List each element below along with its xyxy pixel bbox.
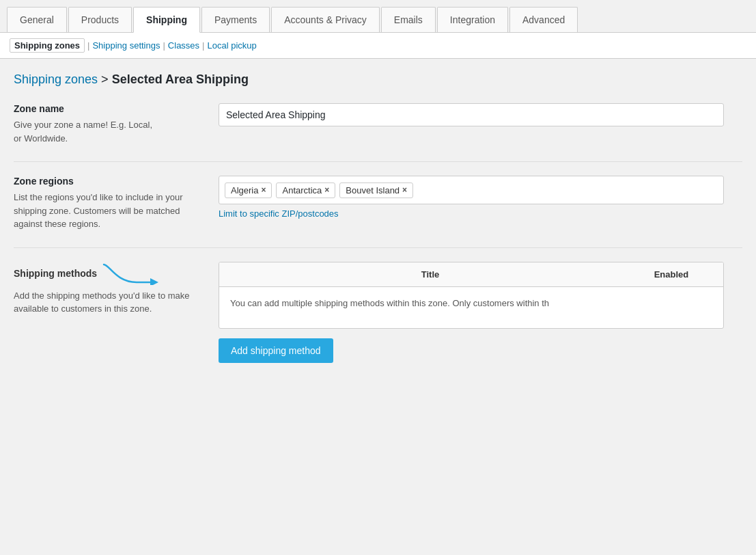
zone-name-input-col xyxy=(219,103,742,126)
subnav-shipping-zones[interactable]: Shipping zones xyxy=(10,38,85,53)
divider-1 xyxy=(14,161,742,162)
shipping-methods-table-wrap: Title Enabled You can add multiple shipp… xyxy=(219,262,724,363)
subnav-shipping-settings[interactable]: Shipping settings xyxy=(92,40,160,51)
tab-products[interactable]: Products xyxy=(68,7,132,32)
tab-integration[interactable]: Integration xyxy=(437,7,508,32)
breadcrumb-separator: > xyxy=(101,72,112,86)
divider-2 xyxy=(14,247,742,248)
table-col-enabled: Enabled xyxy=(630,269,712,280)
table-header-row: Title Enabled xyxy=(219,262,723,287)
svg-marker-0 xyxy=(150,278,158,285)
zone-regions-label-col: Zone regions List the regions you'd like… xyxy=(14,176,205,231)
table-body: You can add multiple shipping methods wi… xyxy=(219,287,723,328)
tag-antarctica: Antarctica × xyxy=(276,182,335,198)
tab-advanced[interactable]: Advanced xyxy=(509,7,578,32)
subnav-classes[interactable]: Classes xyxy=(168,40,199,51)
tag-algeria-remove[interactable]: × xyxy=(261,185,266,195)
breadcrumb: Shipping zones > Selected Area Shipping xyxy=(14,72,742,87)
zone-name-row: Zone name Give your zone a name! E.g. Lo… xyxy=(14,103,742,145)
shipping-methods-label-col: Shipping methods Add the shipping method… xyxy=(14,262,205,316)
tag-bouvet-island: Bouvet Island × xyxy=(339,182,413,198)
shipping-methods-desc: Add the shipping methods you'd like to m… xyxy=(14,289,205,316)
zone-name-input[interactable] xyxy=(219,103,724,126)
shipping-methods-heading: Shipping methods xyxy=(14,262,205,285)
zone-name-desc: Give your zone a name! E.g. Local, or Wo… xyxy=(14,118,205,145)
zone-regions-heading: Zone regions xyxy=(14,176,205,187)
zone-regions-row: Zone regions List the regions you'd like… xyxy=(14,176,742,231)
breadcrumb-current: Selected Area Shipping xyxy=(112,72,249,86)
tab-payments[interactable]: Payments xyxy=(201,7,270,32)
zone-regions-tags-input[interactable]: Algeria × Antarctica × Bouvet Island × xyxy=(219,176,724,204)
limit-zip-link[interactable]: Limit to specific ZIP/postcodes xyxy=(219,208,339,219)
arrow-icon xyxy=(102,262,164,285)
zone-regions-input-col: Algeria × Antarctica × Bouvet Island × L… xyxy=(219,176,742,219)
tab-emails[interactable]: Emails xyxy=(381,7,436,32)
table-col-title: Title xyxy=(230,269,630,280)
zone-name-label-col: Zone name Give your zone a name! E.g. Lo… xyxy=(14,103,205,145)
tag-algeria: Algeria × xyxy=(225,182,272,198)
sub-nav: Shipping zones | Shipping settings | Cla… xyxy=(0,33,756,59)
add-shipping-method-button[interactable]: Add shipping method xyxy=(219,338,333,363)
content-area: Shipping zones > Selected Area Shipping … xyxy=(0,59,756,377)
tab-shipping[interactable]: Shipping xyxy=(133,7,200,33)
shipping-methods-table: Title Enabled You can add multiple shipp… xyxy=(219,262,724,329)
tag-bouvet-island-remove[interactable]: × xyxy=(402,185,407,195)
tag-antarctica-remove[interactable]: × xyxy=(324,185,329,195)
zone-name-heading: Zone name xyxy=(14,103,205,114)
zone-regions-desc: List the regions you'd like to include i… xyxy=(14,191,205,231)
tab-accounts-privacy[interactable]: Accounts & Privacy xyxy=(271,7,380,32)
tab-general[interactable]: General xyxy=(7,7,67,32)
page-wrapper: General Products Shipping Payments Accou… xyxy=(0,0,756,555)
shipping-methods-section: Shipping methods Add the shipping method… xyxy=(14,262,742,363)
tabs-bar: General Products Shipping Payments Accou… xyxy=(0,0,756,33)
breadcrumb-parent-link[interactable]: Shipping zones xyxy=(14,72,98,86)
subnav-local-pickup[interactable]: Local pickup xyxy=(208,40,257,51)
